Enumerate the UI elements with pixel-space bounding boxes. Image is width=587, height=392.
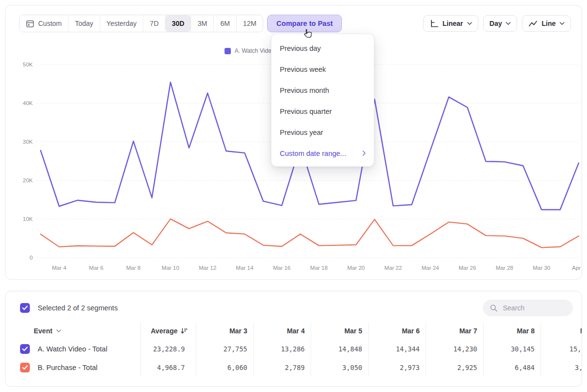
cell-value: 27,755 (196, 340, 254, 358)
svg-text:0: 0 (30, 255, 33, 261)
cursor-pointer-icon (301, 28, 314, 40)
cell-value: 3,050 (311, 358, 369, 377)
select-all-checkbox[interactable] (20, 303, 30, 313)
segments-selected-text: Selected 2 of 2 segments (38, 304, 118, 312)
chevron-down-icon (560, 22, 564, 25)
legend-swatch-purple (225, 48, 231, 54)
chart-view-controls: Linear Day Line (423, 15, 571, 32)
menu-item-custom-date-range[interactable]: Custom date range... (271, 143, 374, 164)
chart-type-select-button[interactable]: Line (522, 15, 571, 32)
svg-text:Mar 26: Mar 26 (459, 265, 476, 271)
toolbar: Custom Today Yesterday 7D 30D 3M 6M 12M … (19, 15, 571, 32)
linear-axis-icon (429, 19, 439, 28)
svg-text:10K: 10K (23, 216, 33, 222)
range-3m[interactable]: 3M (191, 15, 213, 32)
svg-text:Mar 24: Mar 24 (422, 265, 439, 271)
cell-average: 23,228.9 (141, 340, 196, 358)
row-label: A. Watch Video - Total (38, 345, 107, 353)
menu-item-previous-week[interactable]: Previous week (271, 59, 374, 80)
svg-text:Mar 22: Mar 22 (384, 265, 402, 271)
checkmark-icon (22, 305, 28, 310)
date-range-control: Custom Today Yesterday 7D 30D 3M 6M 12M (19, 15, 263, 32)
svg-text:Mar 28: Mar 28 (496, 265, 513, 271)
svg-text:Mar 4: Mar 4 (52, 265, 67, 271)
cell-value: 14,344 (369, 340, 427, 358)
search-icon (490, 304, 498, 312)
menu-item-previous-month[interactable]: Previous month (271, 80, 374, 101)
cell-value: 30,145 (484, 340, 542, 358)
cell-value-clipped: 3, (541, 358, 582, 377)
column-header-mar5[interactable]: Mar 5 (311, 322, 369, 340)
range-label: Custom (38, 20, 62, 27)
table-header-row: Event Average Mar 3 Mar 4 Mar 5 Mar 6 Ma… (20, 322, 582, 340)
table-row-purchase: B. Purchase - Total 4,968.7 6,060 2,789 … (20, 358, 582, 377)
cell-value: 6,484 (484, 358, 542, 377)
sort-descending-icon (181, 327, 188, 334)
column-header-mar3[interactable]: Mar 3 (196, 322, 254, 340)
cell-average: 4,968.7 (141, 358, 196, 377)
svg-text:Mar 8: Mar 8 (126, 265, 140, 271)
line-chart-icon (528, 19, 538, 28)
checkmark-icon (22, 347, 28, 351)
row-checkbox-purchase[interactable] (20, 363, 30, 372)
range-12m[interactable]: 12M (236, 15, 263, 32)
cell-value: 14,848 (311, 340, 369, 358)
column-header-mar8[interactable]: Mar 8 (484, 322, 542, 340)
svg-text:Mar 18: Mar 18 (310, 265, 328, 271)
menu-item-previous-quarter[interactable]: Previous quarter (271, 101, 374, 122)
svg-text:Mar 6: Mar 6 (89, 265, 103, 271)
cell-value: 2,789 (254, 358, 312, 377)
svg-text:Mar 12: Mar 12 (199, 265, 217, 271)
chevron-down-icon (56, 329, 61, 332)
svg-text:20K: 20K (23, 177, 33, 183)
analytics-page: Custom Today Yesterday 7D 30D 3M 6M 12M … (0, 0, 587, 392)
menu-item-previous-year[interactable]: Previous year (271, 122, 374, 143)
range-30d[interactable]: 30D (165, 15, 191, 32)
svg-text:Mar 16: Mar 16 (273, 265, 291, 271)
search-placeholder: Search (503, 304, 524, 312)
scale-select-button[interactable]: Linear (423, 15, 478, 32)
svg-text:Mar 30: Mar 30 (533, 265, 550, 271)
menu-item-previous-day[interactable]: Previous day (271, 38, 374, 59)
svg-text:Mar 10: Mar 10 (162, 265, 180, 271)
svg-text:Mar 14: Mar 14 (236, 265, 253, 271)
column-header-average[interactable]: Average (141, 322, 196, 340)
range-today[interactable]: Today (68, 15, 99, 32)
range-custom[interactable]: Custom (20, 15, 68, 32)
chevron-down-icon (506, 22, 511, 25)
chevron-down-icon (467, 22, 472, 25)
column-header-mar4[interactable]: Mar 4 (254, 322, 312, 340)
table-row-watch-video: A. Watch Video - Total 23,228.9 27,755 1… (20, 340, 582, 358)
cell-value: 13,286 (254, 340, 312, 358)
svg-text:40K: 40K (23, 100, 33, 106)
column-header-mar6[interactable]: Mar 6 (369, 322, 427, 340)
cell-value: 14,230 (426, 340, 484, 358)
segments-header: Selected 2 of 2 segments Search (20, 300, 573, 316)
column-header-event[interactable]: Event (20, 322, 141, 340)
segments-table: Event Average Mar 3 Mar 4 Mar 5 Mar 6 Ma… (20, 322, 582, 377)
calendar-icon (26, 20, 34, 28)
search-input[interactable]: Search (483, 300, 573, 316)
cell-value: 2,973 (369, 358, 427, 377)
cell-value: 2,925 (426, 358, 484, 377)
svg-text:Mar 20: Mar 20 (347, 265, 365, 271)
column-header-clipped[interactable]: M (541, 322, 582, 340)
svg-text:50K: 50K (23, 62, 33, 67)
range-yesterday[interactable]: Yesterday (100, 15, 143, 32)
range-6m[interactable]: 6M (213, 15, 236, 32)
checkmark-icon (22, 365, 28, 370)
cell-value-clipped: 15, (541, 340, 582, 358)
range-7d[interactable]: 7D (143, 15, 165, 32)
interval-select-button[interactable]: Day (483, 15, 518, 32)
cell-value: 6,060 (196, 358, 254, 377)
compare-dropdown-menu: Previous day Previous week Previous mont… (271, 34, 374, 167)
svg-text:Apr 1: Apr 1 (572, 265, 583, 271)
chevron-right-icon (362, 151, 366, 156)
row-label: B. Purchase - Total (38, 364, 97, 371)
column-header-mar7[interactable]: Mar 7 (426, 322, 484, 340)
row-checkbox-watch-video[interactable] (20, 344, 30, 354)
chart-card: Custom Today Yesterday 7D 30D 3M 6M 12M … (5, 5, 582, 280)
segments-card: Selected 2 of 2 segments Search Event Av… (5, 291, 582, 387)
svg-text:30K: 30K (23, 139, 33, 145)
